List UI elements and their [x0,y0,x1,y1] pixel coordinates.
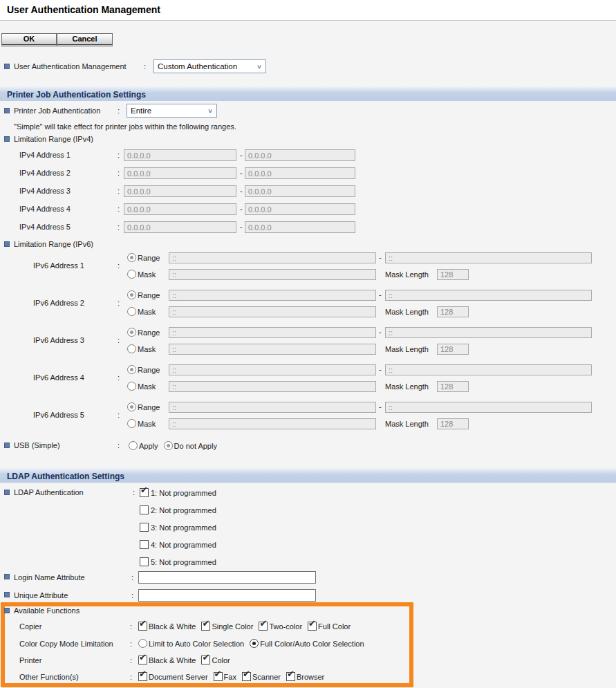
range-radio[interactable] [127,402,136,411]
printer-color-checkbox[interactable]: ✔ [201,656,210,664]
ipv4-from-input[interactable] [124,149,236,161]
checkmark-icon: ✔ [139,669,147,678]
printer-color-label: Color [212,656,230,664]
ipv6-range-to-input[interactable] [385,327,592,338]
ipv4-from-input[interactable] [124,203,236,215]
mask-radio-label: Mask [138,382,156,391]
cancel-button[interactable]: Cancel [57,33,113,46]
ipv4-from-input[interactable] [124,221,236,233]
ipv6-mask-input[interactable] [169,344,376,355]
dash: - [379,290,382,299]
colon: : [118,223,120,231]
printer-bw-checkbox[interactable]: ✔ [138,656,147,664]
ipv6-range-to-input[interactable] [385,402,592,413]
mask-length-label: Mask Length [385,308,429,316]
mask-length-input[interactable] [437,269,469,280]
ldap-server-checkbox[interactable]: ✔ [140,488,149,497]
unique-attribute-input[interactable] [138,589,316,602]
copier-two-color-checkbox[interactable]: ✔ [259,622,268,631]
ldap-section-header: LDAP Authentication Settings [0,467,616,483]
ipv4-to-input[interactable] [245,185,355,197]
copier-full-color-checkbox[interactable]: ✔ [308,622,317,631]
ipv6-range-to-input[interactable] [385,290,592,301]
ipv6-row-label: IPv6 Address 3 [33,336,84,344]
colon: : [118,261,120,270]
range-radio[interactable] [127,290,136,299]
ipv4-to-input[interactable] [245,167,355,179]
ldap-server-row: 2: Not programmed [0,504,616,516]
full-color-auto-radio[interactable] [250,639,259,648]
copier-single-color-checkbox[interactable]: ✔ [201,622,210,631]
usb-do-not-apply-radio[interactable] [164,441,173,450]
copier-bw-label: Black & White [149,622,196,631]
ipv4-to-input[interactable] [245,221,355,233]
ipv6-row: IPv6 Address 5 : Range - Mask Mask Lengt… [0,402,616,431]
ipv6-mask-input[interactable] [169,418,376,429]
user-auth-row: User Authentication Management : Custom … [0,59,616,73]
ipv6-range-from-input[interactable] [169,364,376,375]
available-functions-title: Available Functions [14,606,80,615]
ipv6-mask-input[interactable] [169,306,376,317]
ipv6-range-from-input[interactable] [169,252,376,263]
checkmark-icon: ✔ [214,669,222,678]
mask-radio[interactable] [127,382,136,391]
mask-radio[interactable] [127,307,136,316]
login-name-attribute-row: Login Name Attribute : [0,571,616,584]
ldap-server-checkbox[interactable] [140,523,149,532]
other-document-server-checkbox[interactable]: ✔ [138,672,147,681]
ipv6-range-from-input[interactable] [169,290,376,301]
dash: - [240,187,243,195]
ipv4-row: IPv4 Address 5 : - [0,221,616,233]
bullet-icon [4,136,10,142]
mask-radio[interactable] [127,270,136,279]
mask-length-input[interactable] [437,344,469,355]
mask-length-label: Mask Length [385,345,429,353]
other-scanner-checkbox[interactable]: ✔ [242,672,251,681]
other-browser-checkbox[interactable]: ✔ [286,672,295,681]
ipv4-row: IPv4 Address 4 : - [0,203,616,215]
ipv6-range-to-input[interactable] [385,364,592,375]
ipv4-row: IPv4 Address 1 : - [0,149,616,161]
usb-do-not-apply-label: Do not Apply [174,442,217,450]
ipv6-mask-input[interactable] [169,269,376,280]
dash: - [379,365,382,373]
mask-radio[interactable] [127,344,136,353]
user-auth-select[interactable]: Custom Authentication ∨ [153,59,266,73]
mask-radio[interactable] [127,419,136,428]
mask-length-input[interactable] [437,306,469,317]
range-radio[interactable] [127,328,136,337]
ipv6-title: Limitation Range (IPv6) [14,240,93,248]
login-name-attribute-input[interactable] [138,571,316,584]
usb-apply-radio[interactable] [129,441,138,450]
ipv4-row-label: IPv4 Address 3 [19,187,71,195]
copier-bw-checkbox[interactable]: ✔ [138,622,147,631]
ipv4-to-input[interactable] [245,203,355,215]
mask-length-input[interactable] [437,418,469,429]
limit-auto-color-radio[interactable] [138,639,147,648]
ldap-server-checkbox[interactable] [140,540,149,549]
ipv6-range-to-input[interactable] [385,252,592,263]
ipv6-range-from-input[interactable] [169,327,376,338]
ipv4-from-input[interactable] [124,167,236,179]
printer-job-auth-select[interactable]: Entire ∨ [127,104,217,118]
colon: : [130,622,132,631]
colon: : [144,62,146,71]
dash: - [379,328,382,336]
checkmark-icon: ✔ [139,653,147,662]
mask-length-input[interactable] [437,381,469,392]
dash: - [379,402,382,411]
ldap-server-checkbox[interactable] [140,557,149,566]
range-radio[interactable] [127,253,136,262]
ipv4-to-input[interactable] [245,149,355,161]
mask-length-label: Mask Length [385,382,429,391]
ldap-server-label: 4: Not programmed [151,541,216,549]
ipv6-mask-input[interactable] [169,381,376,392]
ldap-server-checkbox[interactable] [140,505,149,514]
ldap-server-row: 3: Not programmed [0,521,616,533]
other-fax-checkbox[interactable]: ✔ [214,672,223,681]
ok-button[interactable]: OK [1,33,57,46]
range-radio[interactable] [127,365,136,374]
ipv6-range-from-input[interactable] [169,402,376,413]
ipv4-from-input[interactable] [124,185,236,197]
copier-row: Copier : ✔Black & White ✔Single Color ✔T… [0,620,616,632]
